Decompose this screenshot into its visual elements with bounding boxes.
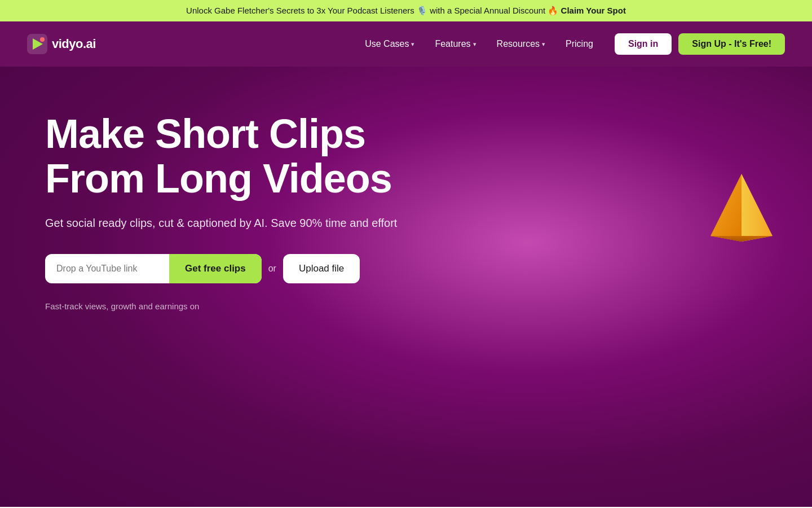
input-row: Get free clips or Upload file — [45, 254, 440, 283]
navbar: vidyo.ai Use Cases ▾ Features ▾ Resource… — [0, 21, 812, 67]
logo-icon — [27, 34, 47, 54]
chevron-down-icon: ▾ — [411, 41, 414, 48]
claim-spot-link[interactable]: Claim Your Spot — [561, 6, 626, 15]
hero-content: Make Short Clips From Long Videos Get so… — [45, 112, 440, 311]
nav-links: Use Cases ▾ Features ▾ Resources ▾ Prici… — [357, 34, 601, 54]
upload-file-button[interactable]: Upload file — [283, 254, 360, 283]
nav-resources[interactable]: Resources ▾ — [489, 34, 553, 54]
nav-pricing[interactable]: Pricing — [558, 34, 601, 54]
youtube-link-input[interactable] — [45, 255, 169, 283]
youtube-input-wrap: Get free clips — [45, 254, 262, 283]
triangle-decoration — [705, 168, 778, 249]
chevron-down-icon: ▾ — [473, 41, 476, 48]
hero-heading: Make Short Clips From Long Videos — [45, 112, 440, 201]
nav-use-cases[interactable]: Use Cases ▾ — [357, 34, 422, 54]
signin-button[interactable]: Sign in — [615, 33, 672, 55]
svg-marker-5 — [710, 236, 773, 242]
or-separator: or — [268, 264, 276, 274]
nav-features[interactable]: Features ▾ — [427, 34, 484, 54]
svg-marker-3 — [710, 174, 742, 242]
announcement-bar: Unlock Gabe Fletcher's Secrets to 3x You… — [0, 0, 812, 21]
svg-marker-4 — [742, 174, 773, 242]
nav-cta: Sign in Sign Up - It's Free! — [615, 33, 785, 55]
announcement-text: Unlock Gabe Fletcher's Secrets to 3x You… — [186, 6, 561, 15]
hero-section: Make Short Clips From Long Videos Get so… — [0, 67, 812, 507]
svg-point-2 — [40, 37, 45, 42]
fast-track-text: Fast-track views, growth and earnings on — [45, 301, 440, 311]
logo[interactable]: vidyo.ai — [27, 34, 96, 54]
get-free-clips-button[interactable]: Get free clips — [169, 254, 262, 283]
logo-text: vidyo.ai — [52, 37, 96, 51]
chevron-down-icon: ▾ — [542, 41, 545, 48]
signup-button[interactable]: Sign Up - It's Free! — [678, 33, 785, 55]
hero-subheading: Get social ready clips, cut & captioned … — [45, 214, 440, 231]
